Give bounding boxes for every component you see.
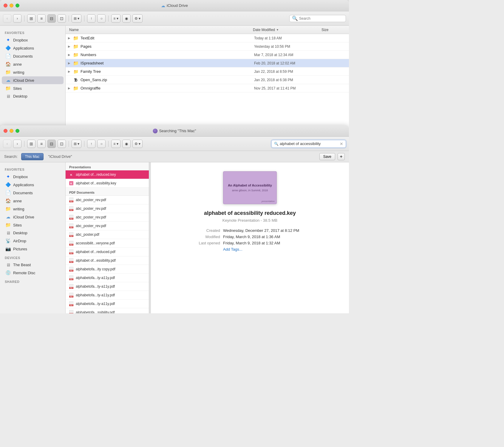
minimize-button-1[interactable] [10, 4, 13, 7]
result-item-pdf-1[interactable]: PDF abc_poster_rev.pdf [66, 196, 149, 204]
arrange-button-2[interactable]: ⊞ ▾ [72, 140, 81, 148]
result-item-pdf-8[interactable]: PDF alphabet of...essibility.pdf [66, 256, 149, 265]
result-item-pdf-12[interactable]: PDF alphabetofa...ty-a11y.pdf [66, 291, 149, 300]
view-icon-button-1[interactable]: ⊞ [27, 14, 35, 23]
fullscreen-button-2[interactable] [16, 129, 19, 133]
minimize-button-2[interactable] [10, 129, 13, 133]
arrange-button-1[interactable]: ⊞ ▾ [72, 14, 81, 23]
svg-text:K: K [70, 182, 72, 185]
search-clear-button[interactable]: ✕ [340, 141, 343, 146]
file-row-pages[interactable]: ▶ 📁 Pages Yesterday at 10:56 PM [66, 42, 349, 51]
search-input-2[interactable] [280, 141, 338, 146]
result-item-pdf-7[interactable]: PDF alphabet of...reduced.pdf [66, 248, 149, 256]
action-button-2[interactable]: ⚙ ▾ [132, 140, 143, 148]
sidebar-item-writing-1[interactable]: 📁 writing [2, 68, 64, 76]
file-row-ispreadsheet[interactable]: ▶ 📁 ISpreadsheet Feb 20, 2018 at 12:02 A… [66, 59, 349, 67]
view-options-button-1[interactable]: ≡ ▾ [111, 14, 120, 23]
result-item-pdf-3[interactable]: PDF abc_poster_rev.pdf [66, 213, 149, 222]
view-coverflow-button-1[interactable]: ⊡ [58, 14, 66, 23]
expand-icon[interactable]: ▶ [68, 36, 73, 40]
preview-button-1[interactable]: ◉ [122, 14, 131, 23]
forward-button-1[interactable]: › [13, 14, 21, 23]
tag-button-1[interactable]: ○ [97, 14, 106, 23]
expand-icon[interactable]: ▶ [68, 61, 73, 65]
sidebar-item-icloud-2[interactable]: ☁ iCloud Drive [2, 213, 64, 221]
file-row-familytree[interactable]: ▶ 📁 Family Tree Jan 22, 2018 at 8:59 PM [66, 67, 349, 76]
forward-button-2[interactable]: › [13, 140, 21, 148]
expand-icon[interactable]: ▶ [68, 45, 73, 48]
name-column-header[interactable]: Name [69, 28, 253, 32]
view-columns-button-1[interactable]: ⊟ [47, 14, 56, 23]
result-item-pdf-2[interactable]: PDF abc_poster_rev.pdf [66, 204, 149, 213]
result-item-pdf-10[interactable]: PDF alphabetofa...ty-a11y.pdf [66, 274, 149, 282]
result-item-key-full[interactable]: K alphabet of...essibility.key [66, 179, 149, 188]
sidebar-item-applications-2[interactable]: 🔷 Applications [2, 181, 64, 189]
save-search-button[interactable]: Save [319, 153, 335, 160]
close-button-1[interactable] [4, 4, 7, 7]
sidebar-item-writing-2[interactable]: 📁 writing [2, 205, 64, 213]
sidebar-item-anne-1[interactable]: 🏠 anne [2, 60, 64, 68]
search-input-1[interactable] [299, 16, 343, 21]
file-row-textedit[interactable]: ▶ 📁 TextEdit Today at 1:18 AM [66, 34, 349, 42]
sep-7 [84, 141, 84, 147]
expand-icon[interactable]: ▶ [68, 70, 73, 73]
back-button-1[interactable]: ‹ [3, 14, 11, 23]
file-row-opensans[interactable]: 🗜 Open_Sans.zip Jan 20, 2018 at 6:38 PM [66, 76, 349, 84]
result-item-key-reduced[interactable]: K alphabet of...reduced.key [66, 170, 149, 179]
pdf-icon: PDF [69, 249, 74, 255]
pdf-icon: PDF [69, 301, 74, 306]
sidebar-item-airdrop-2[interactable]: 📡 AirDrop [2, 237, 64, 245]
sidebar-item-documents-2[interactable]: 📄 Documents [2, 189, 64, 197]
search-bar[interactable]: 🔍 ✕ [271, 140, 346, 148]
share-button-2[interactable]: ↑ [87, 140, 95, 148]
sidebar-item-sites-1[interactable]: 📁 Sites [2, 84, 64, 92]
result-item-pdf-5[interactable]: PDF abc_poster.pdf [66, 230, 149, 239]
tag-button-2[interactable]: ○ [97, 140, 106, 148]
view-coverflow-button-2[interactable]: ⊡ [58, 140, 66, 148]
sidebar-item-desktop-1[interactable]: 🖥 Desktop [2, 93, 64, 100]
view-columns-button-2[interactable]: ⊟ [47, 140, 56, 148]
fullscreen-button-1[interactable] [16, 4, 19, 7]
this-mac-scope-button[interactable]: This Mac [21, 153, 44, 160]
result-item-pdf-9[interactable]: PDF alphabetofa...ity copy.pdf [66, 265, 149, 274]
sidebar-item-pictures-2[interactable]: 📷 Pictures [2, 245, 64, 253]
icloud-drive-scope-button[interactable]: "iCloud Drive" [46, 154, 75, 159]
add-tags-link[interactable]: Add Tags... [223, 247, 242, 252]
file-row-omnigraffle[interactable]: ▶ 📁 Omnigraffle Nov 25, 2017 at 11:41 PM [66, 84, 349, 93]
result-item-pdf-14[interactable]: PDF alphabetofa...ssibility.pdf [66, 308, 149, 313]
sidebar-item-dropbox-2[interactable]: ✦ Dropbox [2, 173, 64, 181]
file-row-numbers[interactable]: ▶ 📁 Numbers Mar 7, 2018 at 12:34 AM [66, 51, 349, 59]
view-list-button-1[interactable]: ≡ [37, 14, 46, 23]
sidebar-item-remotedisc[interactable]: 💿 Remote Disc [2, 269, 64, 277]
result-item-pdf-4[interactable]: PDF abc_poster_rev.pdf [66, 222, 149, 230]
sidebar-item-documents-1[interactable]: 📄 Documents [2, 52, 64, 60]
search-box-1[interactable]: 🔍 [289, 15, 346, 22]
sidebar-item-sites-2[interactable]: 📁 Sites [2, 221, 64, 229]
sidebar-item-applications-1[interactable]: 🔷 Applications [2, 44, 64, 52]
action-button-1[interactable]: ⚙ ▾ [132, 14, 143, 23]
sidebar-item-desktop-2[interactable]: 🖥 Desktop [2, 229, 64, 237]
file-date: Feb 20, 2018 at 12:02 AM [254, 61, 323, 65]
svg-text:PDF: PDF [70, 218, 73, 220]
result-item-pdf-6[interactable]: PDF accessibilit...veryone.pdf [66, 239, 149, 248]
result-item-pdf-13[interactable]: PDF alphabetofa...ty-a11y.pdf [66, 300, 149, 308]
size-column-header[interactable]: Size [321, 28, 345, 32]
share-button-1[interactable]: ↑ [87, 14, 95, 23]
close-button-2[interactable] [4, 129, 7, 133]
preview-button-2[interactable]: ◉ [122, 140, 131, 148]
sidebar-item-icloud-1[interactable]: ☁ iCloud Drive [2, 76, 64, 84]
airdrop-icon-2: 📡 [5, 238, 11, 243]
view-options-button-2[interactable]: ≡ ▾ [111, 140, 120, 148]
result-item-pdf-11[interactable]: PDF alphabetofa...ty-a11y.pdf [66, 282, 149, 291]
date-column-header[interactable]: Date Modified ▼ [253, 28, 321, 32]
add-criteria-button[interactable]: + [338, 153, 345, 160]
folder-icon: 📁 [73, 36, 79, 41]
expand-icon[interactable]: ▶ [68, 87, 73, 90]
back-button-2[interactable]: ‹ [3, 140, 11, 148]
sidebar-item-dropbox-1[interactable]: ✦ Dropbox [2, 36, 64, 44]
expand-icon[interactable]: ▶ [68, 53, 73, 56]
sidebar-item-thebeast[interactable]: 🖥 The Beast [2, 261, 64, 269]
view-icon-button-2[interactable]: ⊞ [27, 140, 35, 148]
view-list-button-2[interactable]: ≡ [37, 140, 46, 148]
sidebar-item-anne-2[interactable]: 🏠 anne [2, 197, 64, 205]
